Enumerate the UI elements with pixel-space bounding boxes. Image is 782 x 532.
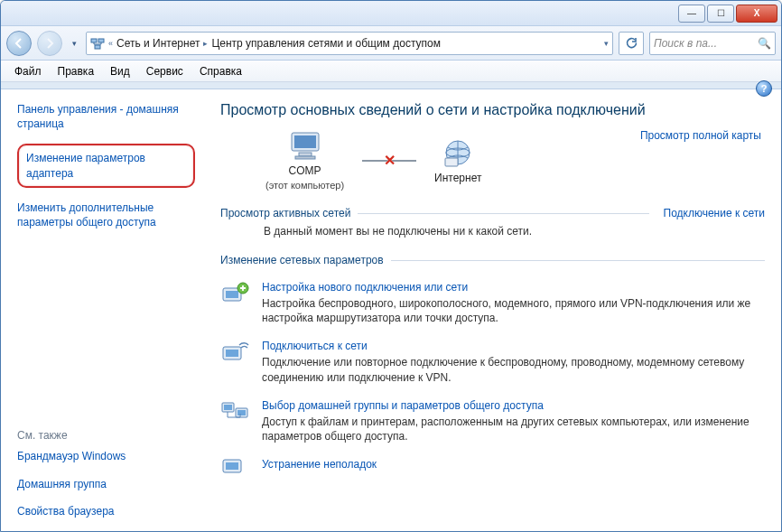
menu-edit[interactable]: Правка <box>50 62 103 80</box>
content-split: Панель управления - домашняя страница Из… <box>1 89 781 531</box>
task-troubleshoot-link[interactable]: Устранение неполадок <box>262 458 377 471</box>
section-active-title: Просмотр активных сетей <box>220 207 350 219</box>
svg-rect-4 <box>294 135 316 148</box>
page-heading: Просмотр основных сведений о сети и наст… <box>220 102 765 118</box>
svg-rect-0 <box>91 39 97 42</box>
breadcrumb-level2[interactable]: Центр управления сетями и общим доступом <box>211 37 441 50</box>
svg-rect-14 <box>226 350 238 357</box>
chevron-left-icon: « <box>108 39 113 48</box>
task-homegroup: Выбор домашней группы и параметров общег… <box>220 399 765 443</box>
map-node-internet-label: Интернет <box>434 172 481 184</box>
computer-icon <box>286 131 324 162</box>
svg-rect-9 <box>445 158 458 166</box>
connect-to-network-link[interactable]: Подключение к сети <box>664 207 765 219</box>
task-homegroup-link[interactable]: Выбор домашней группы и параметров общег… <box>262 399 765 412</box>
menu-file[interactable]: Файл <box>6 62 50 80</box>
svg-rect-18 <box>237 410 246 415</box>
task-new-connection-desc: Настройка беспроводного, широкополосного… <box>262 296 765 325</box>
maximize-button[interactable]: ☐ <box>707 5 734 23</box>
address-bar[interactable]: « Сеть и Интернет ▸ Центр управления сет… <box>86 32 613 55</box>
task-homegroup-desc: Доступ к файлам и принтерам, расположенн… <box>262 415 765 443</box>
navigation-bar: ▾ « Сеть и Интернет ▸ Центр управления с… <box>1 26 781 61</box>
sidebar: Панель управления - домашняя страница Из… <box>1 89 204 531</box>
task-new-connection: Настройка нового подключения или сети На… <box>220 281 765 325</box>
new-connection-icon <box>220 281 251 312</box>
sidebar-sharing-link[interactable]: Изменить дополнительные параметры общего… <box>17 201 195 229</box>
forward-button[interactable] <box>37 31 62 56</box>
globe-icon <box>442 138 474 169</box>
close-button[interactable]: X <box>736 5 777 23</box>
window-frame: — ☐ X ▾ « Сеть и Интернет ▸ Центр управл… <box>0 0 782 532</box>
svg-rect-16 <box>224 405 232 410</box>
sidebar-home-link[interactable]: Панель управления - домашняя страница <box>17 102 195 131</box>
sidebar-firewall-link[interactable]: Брандмауэр Windows <box>17 449 195 463</box>
map-node-computer-sub: (этот компьютер) <box>265 180 344 191</box>
troubleshoot-icon <box>220 458 251 489</box>
task-connect-desc: Подключение или повторное подключение к … <box>262 355 765 384</box>
menu-help[interactable]: Справка <box>191 62 250 80</box>
svg-rect-2 <box>95 45 100 49</box>
svg-rect-6 <box>295 156 315 159</box>
active-networks-message: В данный момент вы не подключены ни к ка… <box>220 219 765 238</box>
refresh-button[interactable] <box>619 32 644 55</box>
cross-icon: ✕ <box>384 152 396 169</box>
section-change-title: Изменение сетевых параметров <box>220 254 384 266</box>
section-change-params: Изменение сетевых параметров Настройка н… <box>220 254 765 489</box>
sidebar-adapter-link[interactable]: Изменение параметров адаптера <box>26 151 186 180</box>
sidebar-homegroup-link[interactable]: Домашняя группа <box>17 477 195 491</box>
map-connection-broken: ✕ <box>362 160 416 162</box>
search-input[interactable]: Поиск в па... 🔍 <box>649 32 776 55</box>
sidebar-adapter-highlight: Изменение параметров адаптера <box>17 144 195 187</box>
network-center-icon <box>90 36 105 51</box>
search-icon: 🔍 <box>758 37 771 50</box>
chevron-right-icon: ▸ <box>203 39 208 48</box>
menu-view[interactable]: Вид <box>102 62 138 80</box>
sidebar-see-also-label: См. также <box>17 429 195 442</box>
svg-rect-5 <box>299 153 312 156</box>
titlebar: — ☐ X <box>1 1 781 26</box>
map-node-computer: COMP (этот компьютер) <box>265 131 344 191</box>
search-placeholder: Поиск в па... <box>654 37 717 50</box>
svg-rect-1 <box>98 39 104 42</box>
map-node-computer-label: COMP <box>289 164 321 177</box>
back-button[interactable] <box>6 31 32 56</box>
minimize-button[interactable]: — <box>678 5 705 23</box>
section-active-networks: Просмотр активных сетей Подключение к се… <box>220 207 765 238</box>
task-connect-link[interactable]: Подключиться к сети <box>262 340 765 352</box>
menu-tools[interactable]: Сервис <box>138 62 191 80</box>
connect-icon <box>220 340 251 370</box>
task-troubleshoot: Устранение неполадок <box>220 458 765 489</box>
main-content: Просмотр основных сведений о сети и наст… <box>204 89 781 531</box>
svg-rect-20 <box>226 462 238 470</box>
menubar: Файл Правка Вид Сервис Справка <box>1 61 781 82</box>
svg-rect-11 <box>226 291 238 298</box>
map-node-internet: Интернет <box>434 138 481 184</box>
sidebar-browser-link[interactable]: Свойства браузера <box>17 504 195 518</box>
toolstrip: ? <box>1 82 781 89</box>
homegroup-icon <box>220 399 251 430</box>
address-dropdown-icon[interactable]: ▾ <box>604 39 609 48</box>
task-connect: Подключиться к сети Подключение или повт… <box>220 340 765 384</box>
nav-history-dropdown[interactable]: ▾ <box>68 31 80 56</box>
breadcrumb-level1[interactable]: Сеть и Интернет <box>116 37 200 50</box>
network-map: COMP (этот компьютер) ✕ Интернет <box>265 131 765 191</box>
task-new-connection-link[interactable]: Настройка нового подключения или сети <box>262 281 765 294</box>
